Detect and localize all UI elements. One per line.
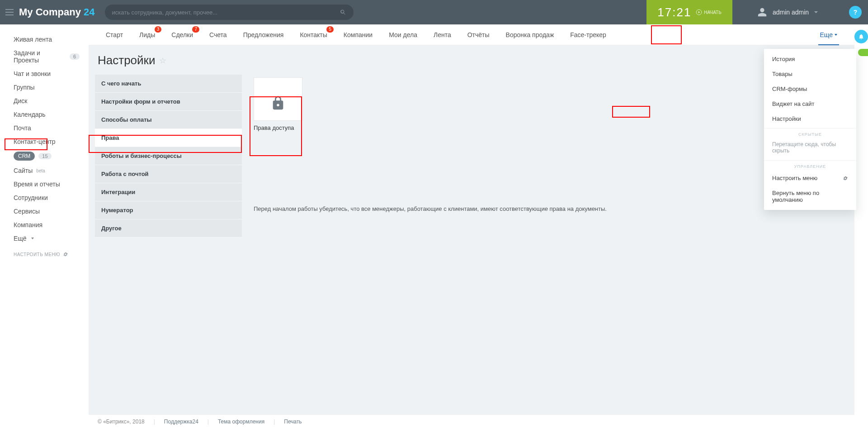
sidebar-item-12[interactable]: Сервисы xyxy=(0,204,89,218)
sidebar-configure-label: НАСТРОИТЬ МЕНЮ xyxy=(14,252,60,257)
dropdown-item-1[interactable]: Товары xyxy=(764,67,856,81)
tab-10[interactable]: Воронка продаж xyxy=(498,24,562,45)
sidebar-item-label: Время и отчеты xyxy=(14,181,60,188)
sidebar-configure[interactable]: НАСТРОИТЬ МЕНЮ xyxy=(0,245,89,260)
tab-count: 3 xyxy=(155,26,162,33)
time-tracker[interactable]: 17:21 НАЧАТЬ xyxy=(646,0,732,24)
sidebar-item-14[interactable]: Ещё xyxy=(0,232,89,245)
search-input[interactable] xyxy=(112,9,340,16)
tab-label: Face-трекер xyxy=(570,31,606,38)
sidebar-item-5[interactable]: Календарь xyxy=(0,108,89,121)
notifications-button[interactable] xyxy=(854,30,868,43)
tab-4[interactable]: Предложения xyxy=(235,24,292,45)
tab-count: 7 xyxy=(192,26,199,33)
settings-nav-item-1[interactable]: Настройки форм и отчетов xyxy=(95,93,242,111)
play-icon xyxy=(696,9,702,15)
sidebar: Живая лентаЗадачи и Проекты6Чат и звонки… xyxy=(0,24,89,428)
settings-nav-item-6[interactable]: Интеграции xyxy=(95,183,242,201)
dropdown-configure[interactable]: Настроить меню xyxy=(764,171,856,185)
logo-text: My Company xyxy=(19,6,84,18)
tab-label: Сделки xyxy=(171,31,193,38)
sidebar-item-label: Сайты xyxy=(14,167,33,174)
tab-5[interactable]: Контакты5 xyxy=(292,24,335,45)
sidebar-item-9[interactable]: Сайтыbeta xyxy=(0,164,89,177)
sidebar-item-8[interactable]: CRM15 xyxy=(0,148,89,164)
rail-indicator[interactable] xyxy=(858,49,868,56)
footer-link-theme[interactable]: Тема оформления xyxy=(218,418,264,425)
chevron-down-icon xyxy=(31,238,34,239)
tab-label: Старт xyxy=(106,31,123,38)
tab-more[interactable]: Еще xyxy=(812,24,846,45)
settings-nav-item-0[interactable]: С чего начать xyxy=(95,75,242,93)
sidebar-item-6[interactable]: Почта xyxy=(0,121,89,135)
tab-0[interactable]: Старт xyxy=(98,24,131,45)
dropdown-item-4[interactable]: Настройки xyxy=(764,111,856,126)
settings-nav-item-4[interactable]: Роботы и бизнес-процессы xyxy=(95,147,242,165)
dropdown-item-3[interactable]: Виджет на сайт xyxy=(764,96,856,111)
sidebar-item-label: Задачи и Проекты xyxy=(14,49,66,64)
tab-8[interactable]: Лента xyxy=(425,24,459,45)
sidebar-item-13[interactable]: Компания xyxy=(0,218,89,232)
tab-11[interactable]: Face-трекер xyxy=(562,24,614,45)
sidebar-item-4[interactable]: Диск xyxy=(0,94,89,108)
sidebar-item-1[interactable]: Задачи и Проекты6 xyxy=(0,46,89,67)
tab-7[interactable]: Мои дела xyxy=(381,24,425,45)
bell-icon xyxy=(858,33,864,40)
search-box[interactable] xyxy=(105,5,354,20)
dropdown-section-manage: УПРАВЛЕНИЕ xyxy=(764,160,856,171)
gear-icon xyxy=(63,252,68,257)
top-nav: СтартЛиды3Сделки7СчетаПредложенияКонтакт… xyxy=(89,24,854,45)
tile-area: Права доступа Перед началом работы убеди… xyxy=(254,75,848,212)
user-menu[interactable]: admin admin xyxy=(732,7,843,17)
tab-label: Счета xyxy=(209,31,227,38)
user-name: admin admin xyxy=(773,9,809,16)
sidebar-item-3[interactable]: Группы xyxy=(0,81,89,94)
tab-label: Еще xyxy=(820,31,833,38)
footer-link-print[interactable]: Печать xyxy=(284,418,302,425)
tile-access-rights[interactable] xyxy=(254,77,302,121)
tab-label: Воронка продаж xyxy=(506,31,554,38)
sidebar-item-2[interactable]: Чат и звонки xyxy=(0,67,89,81)
logo[interactable]: My Company 24 xyxy=(19,6,95,18)
settings-nav-item-8[interactable]: Другое xyxy=(95,219,242,238)
page-body: Настройки ☆ С чего начатьНастройки форм … xyxy=(89,45,854,414)
tab-6[interactable]: Компании xyxy=(335,24,381,45)
avatar-icon xyxy=(757,7,767,17)
dropdown-item-2[interactable]: CRM-формы xyxy=(764,81,856,96)
dropdown-item-0[interactable]: История xyxy=(764,52,856,67)
tab-label: Предложения xyxy=(243,31,284,38)
settings-nav-item-7[interactable]: Нумератор xyxy=(95,201,242,219)
lock-icon xyxy=(270,95,286,111)
dropdown-drag-hint: Перетащите сюда, чтобы скрыть xyxy=(764,138,856,158)
sidebar-item-label: Сервисы xyxy=(14,208,40,215)
tab-2[interactable]: Сделки7 xyxy=(163,24,201,45)
sidebar-item-label: CRM xyxy=(14,152,35,161)
tab-9[interactable]: Отчёты xyxy=(459,24,498,45)
topbar: My Company 24 17:21 НАЧАТЬ admin admin ? xyxy=(0,0,868,24)
chevron-down-icon xyxy=(814,11,818,13)
page-title: Настройки xyxy=(98,53,156,67)
dropdown-reset[interactable]: Вернуть меню по умолчанию xyxy=(764,185,856,207)
settings-nav-item-3[interactable]: Права xyxy=(95,129,242,147)
footer-link-support[interactable]: Поддержка24 xyxy=(164,418,198,425)
sidebar-item-label: Компания xyxy=(14,221,42,228)
tab-1[interactable]: Лиды3 xyxy=(131,24,163,45)
sidebar-badge: 15 xyxy=(38,153,51,159)
sidebar-item-label: Живая лента xyxy=(14,36,52,43)
sidebar-item-10[interactable]: Время и отчеты xyxy=(0,177,89,191)
settings-nav-item-2[interactable]: Способы оплаты xyxy=(95,111,242,129)
sidebar-item-label: Контакт-центр xyxy=(14,138,56,145)
sidebar-item-0[interactable]: Живая лента xyxy=(0,33,89,46)
favorite-star-icon[interactable]: ☆ xyxy=(159,56,166,66)
sidebar-item-7[interactable]: Контакт-центр xyxy=(0,135,89,148)
settings-nav-item-5[interactable]: Работа с почтой xyxy=(95,165,242,183)
start-button[interactable]: НАЧАТЬ xyxy=(696,9,721,15)
start-label: НАЧАТЬ xyxy=(704,10,721,15)
menu-toggle-icon[interactable] xyxy=(5,9,14,15)
tab-3[interactable]: Счета xyxy=(201,24,235,45)
footer: © «Битрикс», 2018 | Поддержка24 | Тема о… xyxy=(89,414,854,428)
help-button[interactable]: ? xyxy=(849,6,862,19)
sidebar-item-11[interactable]: Сотрудники xyxy=(0,191,89,204)
hint-text: Перед началом работы убедитесь, что все … xyxy=(254,205,660,212)
tile-label: Права доступа xyxy=(254,124,848,133)
